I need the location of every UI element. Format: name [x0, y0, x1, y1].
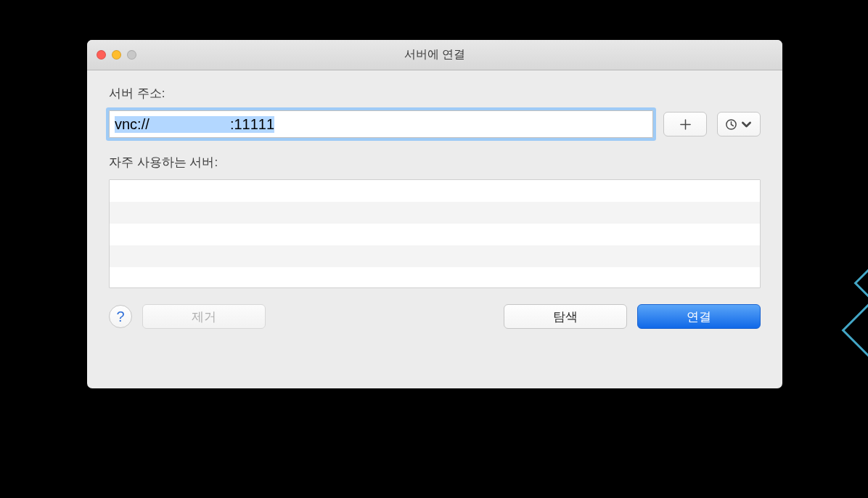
- chevron-down-icon: [740, 118, 753, 131]
- list-item: [110, 267, 760, 288]
- close-button[interactable]: [97, 50, 106, 60]
- history-button[interactable]: [717, 112, 761, 136]
- browse-button[interactable]: 탐색: [504, 304, 627, 329]
- traffic-lights: [87, 50, 136, 60]
- watermark-logo-icon: [824, 247, 868, 385]
- remove-button: 제거: [142, 304, 266, 329]
- list-item: [110, 245, 760, 267]
- list-item: [110, 180, 760, 202]
- server-address-input[interactable]: [109, 110, 653, 138]
- minimize-button[interactable]: [112, 50, 121, 60]
- add-favorite-button[interactable]: [663, 112, 707, 136]
- favorite-servers-label: 자주 사용하는 서버:: [109, 154, 761, 171]
- window-content: 서버 주소: 자주 사용하는 서버:: [87, 70, 782, 347]
- titlebar[interactable]: 서버에 연결: [87, 40, 782, 70]
- address-input-wrapper: [109, 110, 653, 138]
- list-item: [110, 202, 760, 224]
- window-title: 서버에 연결: [87, 47, 782, 62]
- svg-rect-2: [843, 287, 868, 374]
- list-item: [110, 224, 760, 245]
- help-button[interactable]: ?: [109, 305, 132, 328]
- address-row: [109, 110, 761, 138]
- connect-button[interactable]: 연결: [637, 304, 761, 329]
- server-address-label: 서버 주소:: [109, 85, 761, 102]
- connect-to-server-window: 서버에 연결 서버 주소:: [87, 40, 782, 388]
- bottom-button-row: ? 제거 탐색 연결: [109, 304, 761, 329]
- clock-icon: [725, 118, 737, 131]
- favorite-servers-list[interactable]: [109, 179, 761, 288]
- plus-icon: [679, 118, 692, 131]
- svg-rect-1: [856, 253, 868, 314]
- zoom-button: [127, 50, 136, 60]
